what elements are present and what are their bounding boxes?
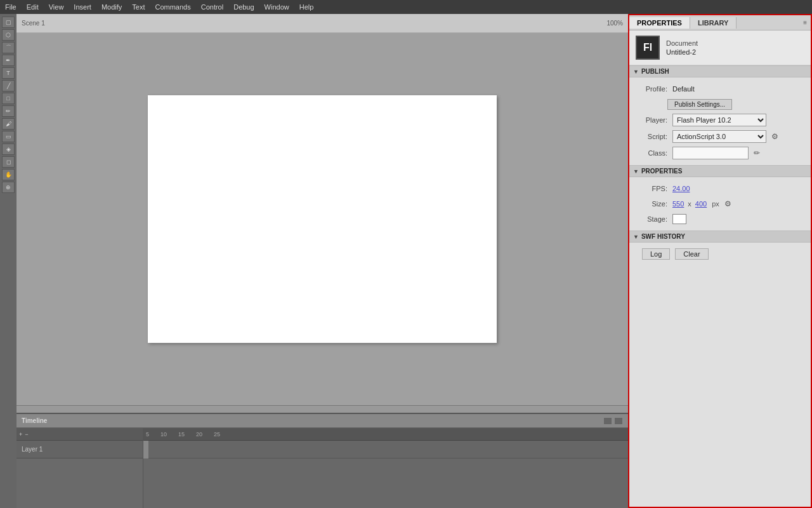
timeline-frame-row[interactable]: [143, 441, 628, 458]
timeline-area: Timeline + − Layer 1: [16, 413, 628, 508]
frame-num-15: 15: [178, 431, 185, 438]
tool-lasso[interactable]: ⌒: [2, 42, 15, 53]
properties-collapse-arrow: ▼: [633, 168, 639, 175]
panel-menu-icon[interactable]: ≡: [803, 19, 807, 26]
tool-hand[interactable]: ✋: [2, 169, 15, 180]
properties-section-header[interactable]: ▼ PROPERTIES: [629, 165, 811, 177]
timeline-label: Timeline: [22, 417, 47, 424]
tool-pencil[interactable]: ✏: [2, 105, 15, 117]
tool-select[interactable]: ▢: [2, 17, 15, 28]
tool-eyedrop[interactable]: ◈: [2, 144, 15, 155]
main-container: ▢ ⬡ ⌒ ✒ T ╱ □ ✏ 🖌 ▭ ◈ ◻ ✋ ⊕ Scene 1 100%: [0, 14, 812, 508]
tab-properties[interactable]: PROPERTIES: [629, 17, 690, 29]
tool-paint-bucket[interactable]: ▭: [2, 131, 15, 142]
timeline-layer-row[interactable]: Layer 1: [16, 441, 143, 458]
panel-tabs: PROPERTIES LIBRARY ≡: [629, 15, 811, 30]
swf-section-content: Log Clear: [629, 243, 811, 265]
menu-window[interactable]: Window: [265, 3, 289, 11]
profile-label: Profile:: [636, 85, 667, 93]
class-input[interactable]: [672, 147, 749, 159]
timeline-stop-btn[interactable]: [614, 417, 623, 425]
player-select-container: Flash Player 10.2: [672, 114, 766, 126]
publish-section-title: PUBLISH: [641, 68, 669, 75]
script-row: Script: ActionScript 3.0 ⚙: [629, 128, 811, 145]
stage-color-swatch[interactable]: [672, 214, 686, 224]
tool-subselect[interactable]: ⬡: [2, 29, 15, 41]
menu-text[interactable]: Text: [132, 3, 145, 11]
menu-file[interactable]: File: [5, 3, 16, 11]
size-row: Size: 550 x 400 px ⚙: [629, 196, 811, 211]
menu-control[interactable]: Control: [201, 3, 223, 11]
script-select[interactable]: ActionScript 3.0: [672, 130, 766, 143]
stage-label: Stage:: [636, 215, 667, 223]
class-input-container: ✏: [672, 147, 760, 159]
player-select[interactable]: Flash Player 10.2: [672, 114, 766, 126]
tool-zoom[interactable]: ⊕: [2, 182, 15, 193]
left-tools-panel: ▢ ⬡ ⌒ ✒ T ╱ □ ✏ 🖌 ▭ ◈ ◻ ✋ ⊕: [0, 14, 16, 508]
size-width[interactable]: 550: [672, 200, 684, 208]
timeline-layer-controls: + −: [16, 428, 143, 441]
publish-collapse-arrow: ▼: [633, 69, 639, 75]
timeline-layers: + − Layer 1: [16, 428, 143, 508]
h-scrollbar[interactable]: [16, 405, 628, 413]
properties-section-title: PROPERTIES: [641, 168, 682, 175]
swf-section-title: SWF HISTORY: [641, 233, 685, 240]
tool-pen[interactable]: ✒: [2, 55, 15, 66]
swf-section-header[interactable]: ▼ SWF HISTORY: [629, 231, 811, 243]
player-row: Player: Flash Player 10.2: [629, 112, 811, 128]
script-settings-icon[interactable]: ⚙: [771, 132, 778, 141]
doc-header: Fl Document Untitled-2: [629, 30, 811, 65]
menu-help[interactable]: Help: [299, 3, 314, 11]
doc-name-label: Untitled-2: [666, 48, 698, 56]
size-settings-icon[interactable]: ⚙: [724, 199, 731, 208]
swf-log-button[interactable]: Log: [642, 248, 670, 260]
menu-debug[interactable]: Debug: [233, 3, 254, 11]
tool-line[interactable]: ╱: [2, 80, 15, 91]
menu-edit[interactable]: Edit: [27, 3, 39, 11]
frame-num-20: 20: [196, 431, 202, 438]
class-pencil-icon[interactable]: ✏: [754, 149, 760, 157]
player-label: Player:: [636, 116, 667, 124]
canvas-area: Scene 1 100% Timeline +: [16, 14, 628, 508]
profile-row: Profile: Default: [629, 81, 811, 97]
tool-brush[interactable]: 🖌: [2, 118, 15, 130]
timeline-frames[interactable]: 5 10 15 20 25: [143, 428, 628, 508]
menu-modify[interactable]: Modify: [102, 3, 122, 11]
tool-rect[interactable]: □: [2, 93, 15, 104]
publish-section-header[interactable]: ▼ PUBLISH: [629, 65, 811, 77]
swf-collapse-arrow: ▼: [633, 234, 639, 240]
zoom-label: 100%: [606, 20, 623, 27]
top-toolbar: Scene 1 100%: [16, 14, 628, 33]
fps-row: FPS: 24.00: [629, 181, 811, 196]
script-select-container: ActionScript 3.0 ⚙: [672, 130, 778, 143]
right-panel: PROPERTIES LIBRARY ≡ Fl Document Untitle…: [628, 14, 812, 508]
class-label: Class:: [636, 149, 667, 157]
frame-num-25: 25: [214, 431, 220, 438]
tool-eraser[interactable]: ◻: [2, 156, 15, 168]
timeline-frame-numbers: 5 10 15 20 25: [143, 428, 628, 441]
fps-value[interactable]: 24.00: [672, 185, 690, 192]
layer-delete-icon[interactable]: −: [25, 431, 28, 438]
menu-insert[interactable]: Insert: [74, 3, 91, 11]
fps-label: FPS:: [636, 185, 667, 192]
timeline-play-btn[interactable]: [603, 417, 612, 425]
timeline-content: + − Layer 1 5 10 15 20 25: [16, 428, 628, 508]
stage-canvas: [148, 95, 497, 343]
frame-num-5: 5: [146, 431, 149, 438]
menu-view[interactable]: View: [49, 3, 64, 11]
publish-settings-row: Publish Settings...: [629, 97, 811, 112]
scene-area[interactable]: [16, 33, 628, 405]
swf-clear-button[interactable]: Clear: [675, 248, 708, 260]
layer-add-icon[interactable]: +: [19, 431, 22, 438]
layer-name: Layer 1: [22, 446, 43, 453]
publish-settings-button[interactable]: Publish Settings...: [667, 99, 732, 110]
size-height[interactable]: 400: [695, 200, 707, 208]
scene-label[interactable]: Scene 1: [22, 20, 45, 27]
menu-commands[interactable]: Commands: [155, 3, 190, 11]
tool-text[interactable]: T: [2, 67, 15, 79]
swf-buttons-row: Log Clear: [629, 246, 811, 262]
tab-library[interactable]: LIBRARY: [690, 17, 737, 29]
class-row: Class: ✏: [629, 145, 811, 161]
menu-bar: File Edit View Insert Modify Text Comman…: [0, 0, 812, 14]
doc-type-label: Document: [666, 39, 698, 47]
